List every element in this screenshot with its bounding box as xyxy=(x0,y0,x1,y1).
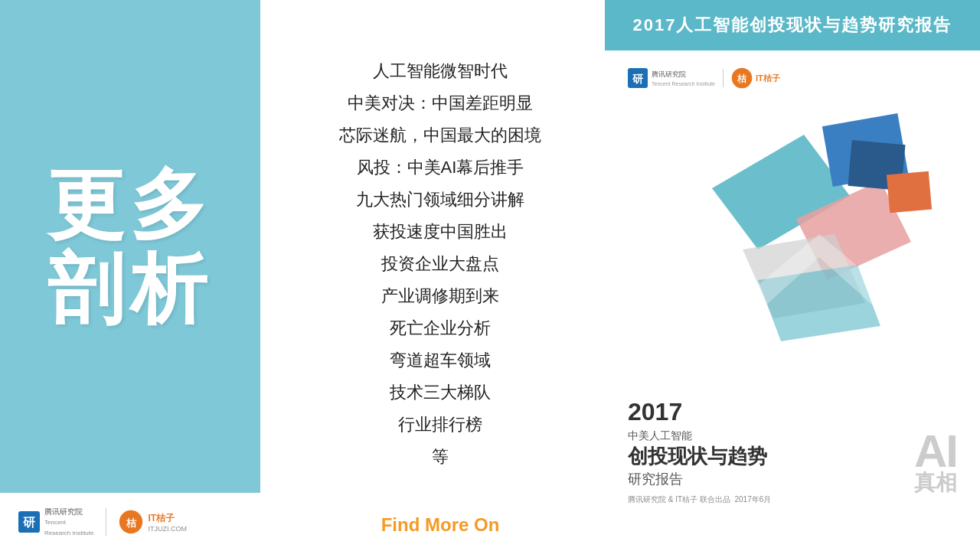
list-item: 弯道超车领域 xyxy=(306,349,574,372)
cover-year: 2017 xyxy=(628,397,771,426)
report-cover: 研 腾讯研究院Tencent Research Institute 桔 IT桔子 xyxy=(605,51,980,551)
find-more-text[interactable]: Find More On xyxy=(306,514,574,536)
cover-inner: 研 腾讯研究院Tencent Research Institute 桔 IT桔子 xyxy=(605,51,980,551)
list-item: 产业调修期到来 xyxy=(306,285,574,308)
sidebar-title-area: 更多 剖析 xyxy=(0,0,260,493)
list-item: 投资企业大盘点 xyxy=(306,253,574,276)
cover-itjuzi-icon: 桔 xyxy=(731,67,753,89)
right-panel: 2017人工智能创投现状与趋势研究报告 研 腾讯研究院Tencent Resea… xyxy=(605,0,980,551)
cover-divider xyxy=(723,69,724,87)
list-item: 人工智能微智时代 xyxy=(306,60,574,83)
cover-footer: 腾讯研究院 & IT桔子 联合出品 2017年6月 xyxy=(628,494,771,505)
list-item: 技术三大梯队 xyxy=(306,381,574,404)
cover-logos: 研 腾讯研究院Tencent Research Institute 桔 IT桔子 xyxy=(628,67,780,89)
list-item: 行业排行榜 xyxy=(306,413,574,436)
main-content: 人工智能微智时代中美对决：中国差距明显芯际迷航，中国最大的困境风投：中美AI幕后… xyxy=(260,0,605,551)
cover-geometric-shapes xyxy=(681,96,972,357)
sidebar-main-title: 更多 剖析 xyxy=(47,162,213,331)
cover-zhenxiang-label: 真相 xyxy=(914,468,957,497)
list-item: 等 xyxy=(306,445,574,468)
svg-rect-13 xyxy=(887,171,932,214)
logo-divider xyxy=(106,508,106,536)
itjuzi-label: IT桔子 ITJUZI.COM xyxy=(148,512,187,533)
itjuzi-icon: 桔 xyxy=(119,510,143,534)
list-item: 获投速度中国胜出 xyxy=(306,220,574,243)
cover-tencent-logo: 研 腾讯研究院Tencent Research Institute xyxy=(628,68,715,88)
sidebar-logos: 研 腾讯研究院TencentResearch Institute 桔 IT桔子 … xyxy=(0,493,260,551)
cover-text-area: 2017 中美人工智能 创投现状与趋势 研究报告 腾讯研究院 & IT桔子 联合… xyxy=(628,397,771,505)
cover-itjuzi-logo: 桔 IT桔子 xyxy=(731,67,780,89)
sidebar: 更多 剖析 研 腾讯研究院TencentResearch Institute 桔… xyxy=(0,0,260,551)
svg-text:桔: 桔 xyxy=(126,517,137,529)
cover-ai-label: AI xyxy=(914,429,957,474)
cover-title-main: 创投现状与趋势 xyxy=(628,444,771,470)
tencent-logo: 研 腾讯研究院TencentResearch Institute xyxy=(18,507,93,537)
report-header: 2017人工智能创投现状与趋势研究报告 xyxy=(605,0,980,51)
svg-text:研: 研 xyxy=(22,516,35,529)
cover-subtitle-line1: 中美人工智能 xyxy=(628,427,771,444)
list-item: 九大热门领域细分讲解 xyxy=(306,188,574,211)
list-item: 死亡企业分析 xyxy=(306,317,574,340)
tencent-label: 腾讯研究院TencentResearch Institute xyxy=(44,507,93,537)
tencent-icon: 研 xyxy=(18,511,40,533)
list-item: 中美对决：中国差距明显 xyxy=(306,92,574,115)
content-list: 人工智能微智时代中美对决：中国差距明显芯际迷航，中国最大的困境风投：中美AI幕后… xyxy=(306,23,574,505)
list-item: 风投：中美AI幕后推手 xyxy=(306,156,574,179)
cover-report-label: 研究报告 xyxy=(628,470,771,488)
itjuzi-logo: 桔 IT桔子 ITJUZI.COM xyxy=(119,510,187,534)
svg-text:桔: 桔 xyxy=(737,73,747,83)
list-item: 芯际迷航，中国最大的困境 xyxy=(306,124,574,147)
cover-tencent-icon: 研 xyxy=(628,68,648,88)
svg-text:研: 研 xyxy=(632,73,644,85)
